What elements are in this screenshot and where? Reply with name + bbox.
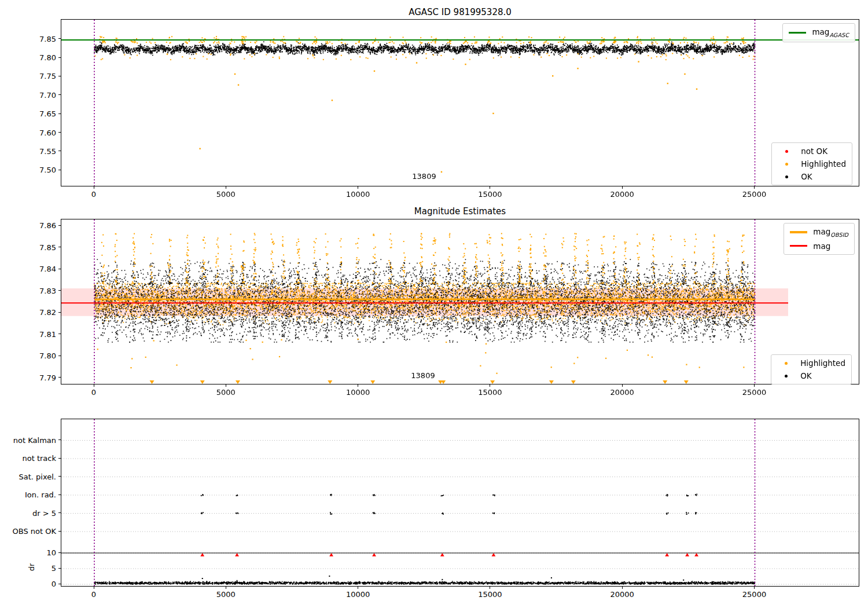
y-tick-label: 7.75 [21,72,56,80]
y-tick-label: 7.85 [21,34,56,43]
top-plot-frame [61,19,859,186]
orange-dot-swatch [777,362,795,365]
legend-item-mag-obsid: magOBSID [790,227,848,238]
flag-category-label: OBS not OK [0,527,56,536]
x-tick-label: 25000 [742,388,766,397]
y-tick-label: 7.55 [21,146,56,155]
x-tick-label: 0 [91,190,96,199]
legend-item-ok: OK [778,172,846,181]
bottom-plot-frame [61,419,859,587]
orange-line-swatch [790,231,807,233]
y-tick [58,94,61,95]
y-tick [58,458,61,459]
x-tick [622,186,623,189]
black-dot-swatch [777,375,795,378]
x-tick [490,587,490,589]
x-tick [226,587,226,589]
obsid-annotation-middle: 13809 [411,371,435,380]
y-tick [58,38,61,39]
dr-tick-label: 0 [21,580,56,588]
y-tick [58,170,61,170]
legend-label-not-ok: not OK [801,146,827,156]
y-tick [58,132,61,133]
legend-item-highlighted-mid: Highlighted [777,358,845,368]
x-tick-label: 10000 [346,388,370,397]
legend-top-markers: not OK Highlighted OK [771,142,852,185]
flag-category-label: not Kalman [0,435,56,444]
y-tick [58,312,61,313]
y-tick-label: 7.70 [21,90,56,99]
y-tick [58,113,61,114]
y-tick [58,57,61,58]
x-tick-label: 20000 [610,388,634,397]
flag-category-label: dr > 5 [0,508,56,517]
x-tick [358,587,358,589]
x-tick-label: 10000 [346,190,370,199]
legend-mag-lines: magOBSID mag [784,223,855,255]
x-tick [94,186,94,189]
bottom-plot-scatter [61,419,859,586]
y-tick [58,476,61,477]
y-tick [58,531,61,532]
dr-tick-label: 5 [21,564,56,573]
legend-label-mag-obsid: magOBSID [813,227,848,238]
x-tick [754,186,755,189]
legend-label-mag: mag [813,241,830,251]
x-tick-label: 25000 [742,190,766,199]
x-tick-label: 0 [91,590,96,599]
y-tick-label: 7.65 [21,109,56,118]
y-tick [58,269,61,269]
middle-plot-frame [61,219,859,384]
flag-category-label: Sat. pixel. [0,472,56,481]
red-dot-swatch [778,150,795,153]
x-tick-label: 15000 [478,388,502,397]
y-tick-label: 7.60 [21,128,56,137]
green-line-swatch [789,32,806,34]
top-plot-title: AGASC ID 981995328.0 [61,7,859,17]
legend-label-highlighted-mid: Highlighted [800,358,845,368]
black-dot-swatch [778,175,795,178]
x-tick [226,186,226,189]
y-tick-label: 7.50 [21,166,56,174]
x-tick-label: 5000 [216,190,236,199]
y-tick [58,584,61,584]
x-tick [490,384,490,387]
legend-label-mag-agasc: magAGASC [812,27,849,38]
legend-label-highlighted: Highlighted [801,159,846,169]
legend-item-not-ok: not OK [778,146,846,156]
legend-mag-agasc: magAGASC [782,23,855,42]
x-tick [358,384,358,387]
figure-canvas: AGASC ID 981995328.0 Magnitude Estimates… [0,0,868,608]
y-tick [58,356,61,356]
y-tick [58,552,61,553]
x-tick [622,587,623,589]
y-tick-label: 7.83 [21,286,56,295]
x-tick-label: 15000 [478,190,502,199]
x-tick [358,186,358,189]
x-tick-label: 5000 [216,388,236,397]
y-tick [58,568,61,569]
legend-label-ok-mid: OK [800,371,811,380]
x-tick [622,384,623,387]
x-tick [754,587,755,589]
y-tick [58,377,61,378]
x-tick-label: 25000 [742,590,766,599]
x-tick [94,587,94,589]
y-tick [58,76,61,76]
y-tick [58,290,61,291]
flag-category-label: not track [0,454,56,463]
x-tick [226,384,226,387]
legend-item-mag-agasc: magAGASC [789,27,849,38]
x-tick [754,384,755,387]
legend-label-ok: OK [801,172,812,181]
y-tick-label: 7.80 [21,53,56,62]
x-tick-label: 0 [91,388,96,397]
red-line-swatch [790,245,807,247]
y-tick-label: 7.79 [21,373,56,382]
x-tick-label: 5000 [216,590,236,599]
y-tick [58,247,61,247]
y-tick-label: 7.81 [21,329,56,338]
y-tick [58,334,61,334]
x-tick-label: 10000 [346,590,370,599]
y-tick [58,151,61,151]
